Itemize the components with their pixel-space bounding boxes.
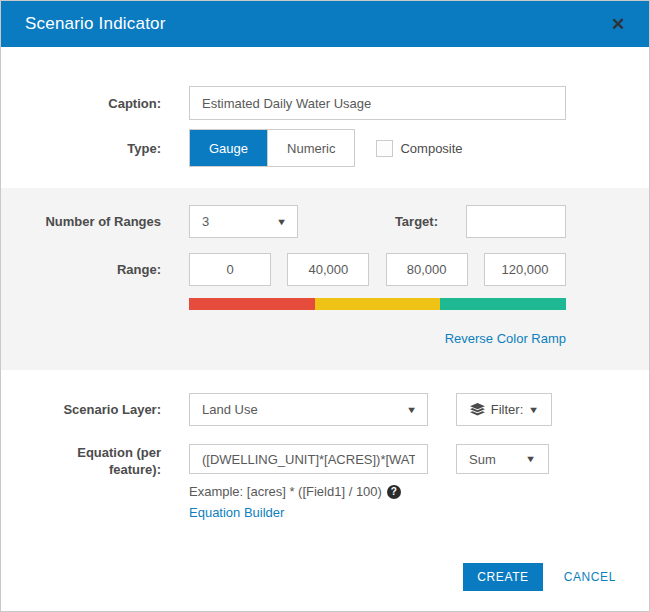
filter-label: Filter: (491, 402, 524, 417)
caption-label: Caption: (1, 95, 161, 112)
composite-option: Composite (376, 140, 462, 157)
scenario-layer-select[interactable]: Land Use ▼ (189, 393, 428, 426)
chevron-down-icon: ▼ (406, 405, 417, 415)
chevron-down-icon: ▼ (528, 405, 539, 415)
color-ramp (189, 298, 566, 310)
range-input-1[interactable] (189, 253, 271, 286)
range-label: Range: (1, 261, 161, 278)
ramp-segment-red (189, 298, 315, 310)
chevron-down-icon: ▼ (276, 217, 287, 227)
equation-builder-link[interactable]: Equation Builder (189, 505, 284, 520)
range-input-3[interactable] (386, 253, 468, 286)
filter-dropdown[interactable]: Filter: ▼ (456, 393, 552, 426)
number-of-ranges-select[interactable]: 3 ▼ (189, 205, 298, 238)
dialog-title: Scenario Indicator (25, 14, 166, 34)
dialog-header: Scenario Indicator ✕ (1, 1, 649, 47)
scenario-layer-row: Scenario Layer: Land Use ▼ Filter: ▼ (1, 393, 649, 426)
target-label: Target: (395, 214, 466, 229)
chevron-down-icon: ▼ (525, 454, 536, 464)
equation-label: Equation (per feature): (1, 444, 161, 478)
ranges-section: Number of Ranges 3 ▼ Target: Range: (1, 188, 649, 370)
create-button[interactable]: CREATE (463, 563, 542, 591)
range-row: Range: (1, 253, 649, 286)
number-of-ranges-row: Number of Ranges 3 ▼ Target: (1, 205, 649, 238)
type-toggle-group: Gauge Numeric (189, 129, 355, 167)
type-row: Type: Gauge Numeric Composite (1, 129, 649, 167)
caption-input[interactable] (189, 86, 566, 120)
help-icon[interactable]: ? (387, 485, 401, 499)
caption-row: Caption: (1, 86, 649, 120)
equation-row: Equation (per feature): Sum ▼ (1, 444, 649, 478)
composite-checkbox[interactable] (376, 140, 393, 157)
range-input-4[interactable] (484, 253, 566, 286)
aggregation-value: Sum (469, 452, 496, 467)
layers-icon (470, 403, 485, 416)
reverse-ramp-row: Reverse Color Ramp (1, 329, 649, 347)
type-numeric-button[interactable]: Numeric (267, 130, 354, 166)
target-input[interactable] (466, 205, 566, 238)
scenario-layer-label: Scenario Layer: (1, 401, 161, 418)
type-label: Type: (1, 140, 161, 157)
range-input-2[interactable] (287, 253, 369, 286)
ramp-segment-green (440, 298, 566, 310)
equation-input[interactable] (189, 444, 428, 474)
composite-label: Composite (400, 141, 462, 156)
number-of-ranges-value: 3 (202, 214, 209, 229)
number-of-ranges-label: Number of Ranges (1, 213, 161, 230)
scenario-indicator-dialog: Scenario Indicator ✕ Caption: Type: Gaug… (0, 0, 650, 612)
scenario-layer-value: Land Use (202, 402, 258, 417)
aggregation-select[interactable]: Sum ▼ (456, 444, 549, 474)
equation-example: Example: [acres] * ([Field1] / 100) ? (189, 484, 649, 499)
reverse-color-ramp-link[interactable]: Reverse Color Ramp (445, 331, 566, 346)
cancel-button[interactable]: CANCEL (564, 570, 616, 584)
dialog-footer: CREATE CANCEL (463, 563, 616, 591)
type-gauge-button[interactable]: Gauge (190, 130, 267, 166)
ramp-segment-yellow (315, 298, 441, 310)
close-icon[interactable]: ✕ (605, 11, 631, 37)
color-ramp-row (1, 298, 649, 310)
